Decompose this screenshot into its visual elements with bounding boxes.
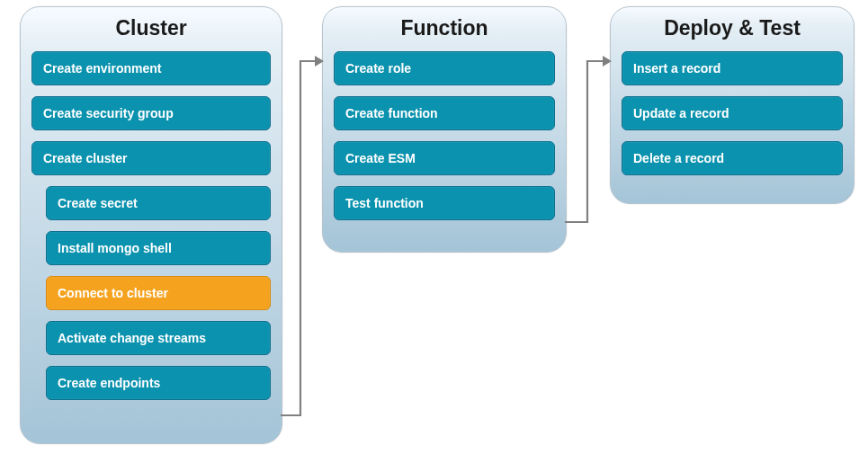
step-install-mongo-shell[interactable]: Install mongo shell: [46, 231, 271, 265]
step-insert-record[interactable]: Insert a record: [622, 51, 843, 85]
step-create-environment[interactable]: Create environment: [31, 51, 271, 85]
step-test-function[interactable]: Test function: [334, 186, 555, 220]
group-title-function: Function: [323, 16, 566, 40]
step-create-endpoints[interactable]: Create endpoints: [46, 366, 271, 400]
step-delete-record[interactable]: Delete a record: [622, 141, 843, 175]
workflow-diagram: Cluster Create environment Create securi…: [0, 0, 868, 454]
group-deploy-test: Deploy & Test Insert a record Update a r…: [610, 6, 855, 204]
group-function: Function Create role Create function Cre…: [322, 6, 567, 253]
step-create-role[interactable]: Create role: [334, 51, 555, 85]
group-cluster: Cluster Create environment Create securi…: [20, 6, 282, 444]
arrow-cluster-to-function: [281, 49, 324, 427]
step-activate-change-streams[interactable]: Activate change streams: [46, 321, 271, 355]
step-create-function[interactable]: Create function: [334, 96, 555, 130]
step-create-secret[interactable]: Create secret: [46, 186, 271, 220]
step-update-record[interactable]: Update a record: [622, 96, 843, 130]
step-connect-to-cluster[interactable]: Connect to cluster: [46, 276, 271, 310]
group-title-deploy: Deploy & Test: [611, 16, 854, 40]
arrow-function-to-deploy: [565, 49, 612, 238]
step-create-esm[interactable]: Create ESM: [334, 141, 555, 175]
step-create-cluster[interactable]: Create cluster: [31, 141, 271, 175]
group-title-cluster: Cluster: [21, 16, 282, 40]
step-create-security-group[interactable]: Create security group: [31, 96, 271, 130]
